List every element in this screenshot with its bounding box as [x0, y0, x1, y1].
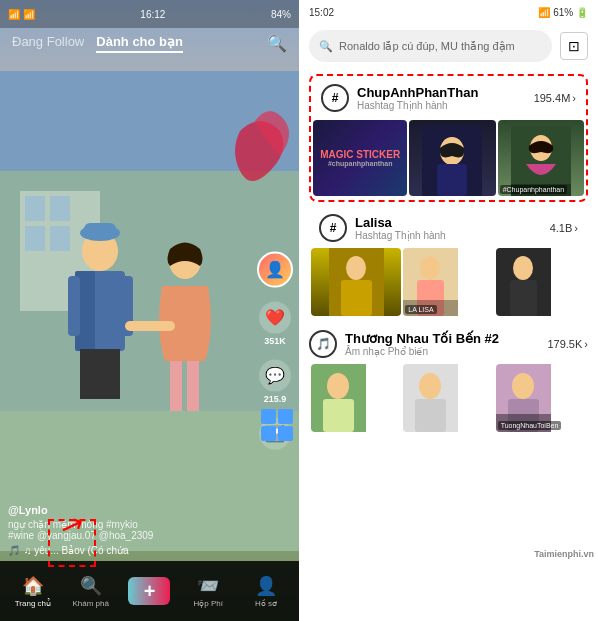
- chevron-right-icon-2: ›: [574, 222, 578, 234]
- svg-point-41: [419, 373, 441, 399]
- bottom-nav-left: 🏠 Trang chủ 🔍 Khám phá + 📨 Hộp Phí 👤 Hồ …: [0, 561, 299, 621]
- svg-rect-16: [84, 223, 116, 237]
- chevron-right-icon-3: ›: [584, 338, 588, 350]
- like-button[interactable]: ❤️ 351K: [259, 301, 291, 345]
- trending-subtitle-1: Hashtag Thịnh hành: [357, 100, 478, 111]
- music-thumb-2: [403, 364, 493, 432]
- thumb-1-girl: #Chupanhphanthan: [498, 120, 584, 196]
- music-thumb-3: TuongNhauToiBen: [496, 364, 586, 432]
- nav-profile[interactable]: 👤 Hồ sơ: [246, 575, 286, 608]
- svg-point-28: [346, 256, 366, 280]
- svg-rect-20: [125, 321, 175, 331]
- music-subtitle-3: Âm nhạc Phổ biến: [345, 346, 499, 357]
- nav-tabs: Đang Follow Dành cho bạn: [12, 34, 183, 53]
- svg-rect-11: [68, 276, 80, 336]
- svg-rect-42: [415, 399, 446, 432]
- carrier-info: 📶 📶: [8, 9, 35, 20]
- trending-header-2: # Lalisa Hashtag Thịnh hành 4.1B ›: [309, 208, 588, 248]
- inbox-icon: 📨: [197, 575, 219, 597]
- thumb-2-yellow: [311, 248, 401, 316]
- svg-rect-14: [100, 349, 120, 399]
- thumb-1-boy: [409, 120, 495, 196]
- tab-for-you[interactable]: Dành cho bạn: [96, 34, 183, 53]
- nav-inbox[interactable]: 📨 Hộp Phí: [188, 575, 228, 608]
- trending-item-3[interactable]: 🎵 Thương Nhau Tối Bến #2 Âm nhạc Phổ biế…: [309, 324, 588, 436]
- trending-left-1: # ChupAnhPhanThan Hashtag Thịnh hành: [321, 84, 478, 112]
- trending-count-2: 4.1B ›: [550, 222, 578, 234]
- left-nav: Đang Follow Dành cho bạn 🔍: [0, 28, 299, 59]
- status-bar-right: 15:02 📶 61% 🔋: [299, 0, 598, 24]
- search-placeholder: Ronaldo lắp cú đúp, MU thắng đậm: [339, 40, 515, 53]
- discover-icon: 🔍: [80, 575, 102, 597]
- trending-header-1: # ChupAnhPhanThan Hashtag Thịnh hành 195…: [311, 76, 586, 120]
- magic-text: MAGIC STICKER: [320, 149, 400, 160]
- music-icon-3: 🎵: [309, 330, 337, 358]
- trending-left-2: # Lalisa Hashtag Thịnh hành: [319, 214, 446, 242]
- comment-button[interactable]: 💬 215.9: [259, 359, 291, 403]
- grid-icon[interactable]: [261, 409, 293, 441]
- nav-discover[interactable]: 🔍 Khám phá: [71, 575, 111, 608]
- thumb-label-1: #Chupanhphanthan: [500, 185, 568, 194]
- home-icon: 🏠: [22, 575, 44, 597]
- nav-add[interactable]: +: [128, 577, 170, 605]
- thumb-2-colorful: LA LISA: [403, 248, 493, 316]
- left-phone: 📶 📶 16:12 84% Đang Follow Dành cho bạn 🔍: [0, 0, 299, 621]
- music-name-3: Thương Nhau Tối Bến #2: [345, 331, 499, 346]
- chevron-right-icon: ›: [572, 92, 576, 104]
- hashtag-icon-2: #: [319, 214, 347, 242]
- time-right: 15:02: [309, 7, 334, 18]
- music-note-icon: 🎵: [8, 545, 20, 556]
- trending-info-1: ChupAnhPhanThan Hashtag Thịnh hành: [357, 85, 478, 111]
- trending-info-2: Lalisa Hashtag Thịnh hành: [355, 215, 446, 241]
- add-button[interactable]: +: [128, 577, 170, 605]
- expand-icon[interactable]: ⊡: [560, 32, 588, 60]
- hashtag-icon-1: #: [321, 84, 349, 112]
- thumb-2-dark: [496, 248, 586, 316]
- watermark: Taimienphi.vn: [534, 549, 594, 559]
- status-bar-left: 📶 📶 16:12 84%: [0, 0, 299, 28]
- music-thumb-label: TuongNhauToiBen: [498, 421, 562, 430]
- trending-count-1: 195.4M ›: [534, 92, 576, 104]
- trending-subtitle-2: Hashtag Thịnh hành: [355, 230, 446, 241]
- nav-home[interactable]: 🏠 Trang chủ: [13, 575, 53, 608]
- search-icon-right: 🔍: [319, 40, 333, 53]
- svg-rect-6: [50, 226, 70, 251]
- svg-point-38: [327, 373, 349, 399]
- music-count-3: 179.5K ›: [547, 338, 588, 350]
- video-info: @Lynlo ngự chặn mềm móng #mykio #wine @y…: [8, 504, 249, 556]
- video-description: ngự chặn mềm móng #mykio: [8, 519, 249, 530]
- svg-rect-19: [187, 361, 199, 411]
- music-info-3: Thương Nhau Tối Bến #2 Âm nhạc Phổ biến: [345, 331, 499, 357]
- trending-name-1: ChupAnhPhanThan: [357, 85, 478, 100]
- svg-rect-13: [80, 349, 100, 399]
- video-username: @Lynlo: [8, 504, 249, 516]
- svg-rect-36: [510, 280, 537, 316]
- profile-icon: 👤: [255, 575, 277, 597]
- preview-row-2: LA LISA: [309, 248, 588, 320]
- music-preview-row: TuongNhauToiBen: [309, 364, 588, 436]
- trending-item-2[interactable]: # Lalisa Hashtag Thịnh hành 4.1B ›: [309, 208, 588, 320]
- music-left-3: 🎵 Thương Nhau Tối Bến #2 Âm nhạc Phổ biế…: [309, 330, 499, 358]
- svg-point-44: [512, 373, 534, 399]
- thumb-2-label: LA LISA: [405, 305, 436, 314]
- video-tags: #wine @yangjau.07 @hoa_2309: [8, 530, 249, 541]
- signal-right: 📶 61% 🔋: [538, 7, 588, 18]
- time-left: 16:12: [140, 9, 165, 20]
- svg-rect-18: [170, 361, 182, 411]
- search-bar[interactable]: 🔍 Ronaldo lắp cú đúp, MU thắng đậm: [309, 30, 552, 62]
- battery-left: 84%: [271, 9, 291, 20]
- search-icon[interactable]: 🔍: [267, 34, 287, 53]
- svg-rect-23: [437, 164, 467, 196]
- svg-rect-5: [25, 226, 45, 251]
- svg-rect-39: [323, 399, 354, 432]
- music-header-3: 🎵 Thương Nhau Tối Bến #2 Âm nhạc Phổ biế…: [309, 324, 588, 364]
- svg-rect-4: [50, 196, 70, 221]
- music-thumb-1: [311, 364, 401, 432]
- thumb-1-magic: MAGIC STICKER #chupanhphanthan: [313, 120, 407, 196]
- tab-following[interactable]: Đang Follow: [12, 34, 84, 53]
- svg-rect-3: [25, 196, 45, 221]
- preview-row-1: MAGIC STICKER #chupanhphanthan: [311, 120, 586, 200]
- avatar[interactable]: 👤: [257, 251, 293, 287]
- trending-name-2: Lalisa: [355, 215, 446, 230]
- trending-item-1[interactable]: # ChupAnhPhanThan Hashtag Thịnh hành 195…: [309, 74, 588, 202]
